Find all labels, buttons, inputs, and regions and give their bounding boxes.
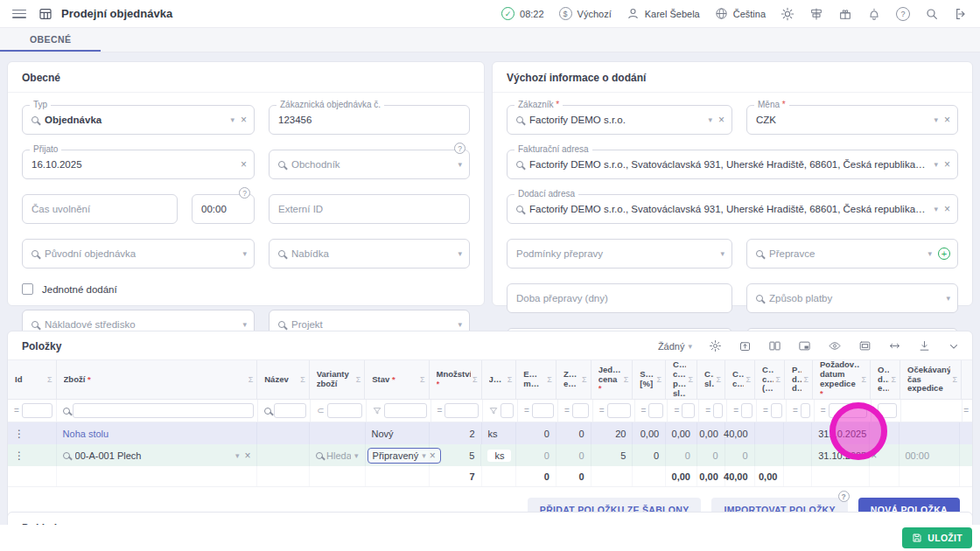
filter-input[interactable] (572, 403, 589, 418)
hamburger-menu-icon[interactable] (12, 10, 26, 18)
filter-input[interactable] (327, 403, 362, 418)
col-stav[interactable]: Stav *Σ (365, 360, 429, 399)
clear-icon[interactable]: × (944, 114, 950, 126)
help-icon[interactable]: ? (896, 7, 910, 21)
chevron-down-icon[interactable]: ▾ (242, 320, 247, 329)
chevron-down-icon[interactable]: ▾ (242, 249, 247, 258)
shipping-address-field[interactable]: Dodací adresa Factorify DEMO s.r.o., Sva… (507, 194, 958, 224)
settings-gear-icon[interactable] (709, 339, 722, 352)
chevron-down-icon[interactable]: ▾ (934, 115, 938, 124)
col-ocekavany-cas[interactable]: Očekávaný čas expediceΣ (900, 360, 962, 399)
clear-icon[interactable]: × (241, 114, 247, 126)
col-od[interactable]: O… d… (962, 360, 972, 399)
col-ode[interactable]: O… d… e…Σ (871, 360, 900, 399)
theme-sun-icon[interactable] (780, 7, 794, 21)
save-button[interactable]: ULOŽIT (902, 527, 972, 548)
item-row-2[interactable]: ⋮ 00-A-001 Plech ▾ × Hledat … ▾ Připrave… (8, 444, 972, 466)
picture-in-picture-icon[interactable] (798, 339, 811, 352)
col-cc[interactable]: C… c…Σ (725, 360, 755, 399)
filter-input[interactable] (878, 403, 897, 418)
external-id-field[interactable]: Externí ID (269, 194, 470, 224)
col-jednotka[interactable]: J…Σ (482, 360, 517, 399)
clear-icon[interactable]: × (944, 158, 950, 171)
add-circle-icon[interactable]: + (938, 248, 950, 260)
item-expected-time[interactable]: 00:00 (900, 444, 960, 466)
payment-method-field[interactable]: Způsob platby ▾ (746, 283, 958, 313)
col-em[interactable]: E… m…Σ (516, 360, 556, 399)
release-time-field[interactable]: Čas uvolnění (22, 194, 178, 224)
chevron-down-icon[interactable]: ▾ (235, 451, 240, 460)
chevron-down-icon[interactable]: ▾ (928, 249, 932, 258)
pricing-profile[interactable]: $ Výchozí (559, 7, 612, 20)
item-product-link[interactable]: Noha stolu (57, 422, 258, 444)
transport-days-field[interactable]: Doba přepravy (dny) (507, 283, 732, 313)
collapse-chevron-icon[interactable] (948, 340, 960, 352)
clear-icon[interactable]: × (241, 158, 247, 171)
guidepost-icon[interactable] (809, 7, 823, 21)
download-icon[interactable] (918, 339, 931, 352)
release-time-value-field[interactable]: ? 00:00 (192, 194, 255, 224)
filter-input[interactable] (648, 403, 663, 418)
customer-order-number-field[interactable]: Zákaznická objednávka č. 123456 (269, 105, 470, 135)
single-delivery-checkbox[interactable] (22, 283, 33, 295)
chevron-down-icon[interactable]: ▾ (354, 451, 359, 460)
col-zbozi[interactable]: Zboží *Σ (57, 360, 258, 399)
fit-width-icon[interactable] (888, 339, 901, 352)
col-ze[interactable]: Z… e…Σ (556, 360, 592, 399)
filter-input[interactable] (384, 403, 427, 418)
col-jed-cena[interactable]: Jed… cena *Σ (592, 360, 634, 399)
salesperson-field[interactable]: ? Obchodník ▾ (269, 150, 470, 179)
chevron-down-icon[interactable]: ▾ (946, 294, 950, 303)
filter-input[interactable] (73, 403, 255, 418)
row-menu-icon[interactable]: ⋮ (14, 428, 24, 440)
chevron-down-icon[interactable]: ▾ (230, 115, 234, 124)
item-variant-select[interactable]: Hledat … ▾ (310, 444, 366, 466)
billing-address-field[interactable]: Fakturační adresa Factorify DEMO s.r.o.,… (507, 150, 958, 179)
currency-field[interactable]: Měna * CZK ▾ × (746, 105, 958, 135)
chevron-down-icon[interactable]: ▾ (934, 205, 938, 213)
clear-icon[interactable]: × (718, 114, 724, 126)
customer-field[interactable]: Zákazník * Factorify DEMO s.r.o. ▾ × (507, 105, 732, 135)
col-cc2[interactable]: C… c… (…Σ (755, 360, 785, 399)
filter-input[interactable] (682, 403, 695, 418)
quote-field[interactable]: Nabídka ▾ (269, 239, 470, 269)
filter-input[interactable] (713, 403, 723, 418)
user-menu[interactable]: Karel Šebela (626, 7, 700, 20)
filter-input[interactable] (532, 403, 554, 418)
language-menu[interactable]: Čeština (715, 7, 766, 20)
original-order-field[interactable]: Původní objednávka ▾ (22, 239, 255, 269)
filter-input[interactable] (829, 403, 868, 418)
col-varianty[interactable]: Varianty zbožíΣ (310, 360, 365, 399)
group-by-select[interactable]: Žádný ▾ (658, 341, 692, 352)
split-columns-icon[interactable] (768, 339, 781, 352)
col-csl[interactable]: C… sl…Σ (697, 360, 725, 399)
tab-general[interactable]: OBECNÉ (0, 28, 101, 52)
item-discount-input[interactable]: 0 (633, 444, 666, 466)
clear-icon[interactable]: × (244, 450, 250, 462)
eye-icon[interactable] (828, 339, 842, 352)
image-frame-icon[interactable] (858, 339, 872, 352)
filter-input[interactable] (771, 403, 782, 418)
filter-input[interactable] (801, 403, 810, 418)
chevron-down-icon[interactable]: ▾ (458, 249, 462, 258)
chevron-down-icon[interactable]: ▾ (708, 115, 712, 124)
clear-icon[interactable]: × (944, 203, 950, 215)
chevron-down-icon[interactable]: ▾ (422, 451, 426, 460)
carrier-field[interactable]: Přepravce ▾ + (746, 239, 958, 269)
col-pozadovany-datum[interactable]: Požadov… datum expedice *Σ (813, 360, 871, 399)
gift-icon[interactable] (838, 7, 852, 21)
shipping-terms-field[interactable]: Podmínky přepravy ▾ (507, 239, 732, 269)
filter-input[interactable] (741, 403, 752, 418)
col-nazev[interactable]: NázevΣ (257, 360, 310, 399)
item-requested-date-input[interactable]: 31.10.2025 × (812, 444, 870, 466)
item-unit-price-input[interactable]: 5 (592, 444, 634, 466)
bell-icon[interactable] (867, 7, 881, 21)
item-row-1[interactable]: ⋮ Noha stolu Nový 2 ks 0 0 20 0,00 0,00 … (8, 422, 972, 444)
chevron-down-icon[interactable]: ▾ (934, 160, 938, 169)
col-pdd[interactable]: P… d… d…Σ (785, 360, 813, 399)
filter-input[interactable] (444, 403, 479, 418)
chevron-down-icon[interactable]: ▾ (720, 249, 724, 258)
filter-input[interactable] (274, 403, 306, 418)
chevron-down-icon[interactable]: ▾ (458, 160, 462, 169)
col-id[interactable]: IdΣ (8, 360, 57, 399)
